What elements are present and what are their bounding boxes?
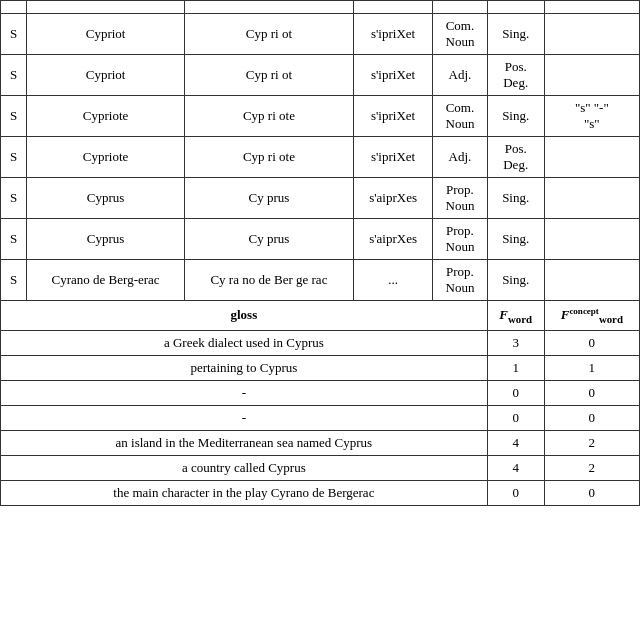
header-row (1, 1, 640, 14)
table-cell: "s" "-" "s" (544, 96, 639, 137)
main-tbody: SCypriotCyp ri ots'ipriXetCom. NounSing.… (1, 14, 640, 301)
table-row: SCyrano de Berg-eracCy ra no de Ber ge r… (1, 260, 640, 301)
fword-header: Fword (487, 301, 544, 331)
col-header-flex (544, 1, 639, 14)
table-cell: S (1, 96, 27, 137)
table-cell (544, 219, 639, 260)
table-cell: Pos. Deg. (487, 137, 544, 178)
fconcept-cell: 2 (544, 430, 639, 455)
table-cell: Adj. (433, 137, 488, 178)
table-cell: S (1, 178, 27, 219)
bottom-data-row: a Greek dialect used in Cyprus30 (1, 330, 640, 355)
fconcept-cell: 0 (544, 380, 639, 405)
table-cell: Cy ra no de Ber ge rac (184, 260, 353, 301)
table-cell: Sing. (487, 178, 544, 219)
col-header-type (1, 1, 27, 14)
table-cell: Cypriot (27, 14, 185, 55)
table-cell: Cy prus (184, 178, 353, 219)
table-cell: Cyp ri ote (184, 137, 353, 178)
table-cell: Cyprus (27, 219, 185, 260)
fconcept-cell: 2 (544, 455, 639, 480)
table-cell: Pos. Deg. (487, 55, 544, 96)
table-cell: Cypriot (27, 55, 185, 96)
table-cell: Cypriote (27, 137, 185, 178)
fword-cell: 1 (487, 355, 544, 380)
table-cell: Prop. Noun (433, 178, 488, 219)
table-cell (544, 178, 639, 219)
table-cell: Cyp ri ot (184, 55, 353, 96)
bottom-header-row: gloss Fword Fconceptword (1, 301, 640, 331)
fconcept-cell: 1 (544, 355, 639, 380)
table-cell: S (1, 55, 27, 96)
fword-cell: 4 (487, 455, 544, 480)
table-row: SCyprioteCyp ri otes'ipriXetAdj.Pos. Deg… (1, 137, 640, 178)
bottom-data-row: an island in the Mediterranean sea named… (1, 430, 640, 455)
table-cell: ... (354, 260, 433, 301)
gloss-cell: a Greek dialect used in Cyprus (1, 330, 488, 355)
fconcept-cell: 0 (544, 480, 639, 505)
table-cell: Cypriote (27, 96, 185, 137)
table-cell: Sing. (487, 96, 544, 137)
col-header-pron (354, 1, 433, 14)
bottom-data-row: the main character in the play Cyrano de… (1, 480, 640, 505)
bottom-data-row: -00 (1, 405, 640, 430)
table-cell: S (1, 219, 27, 260)
table-cell: Cyrano de Berg-erac (27, 260, 185, 301)
col-header-syllable (184, 1, 353, 14)
table-cell: Cyprus (27, 178, 185, 219)
table-cell: Cy prus (184, 219, 353, 260)
table-cell: s'ipriXet (354, 137, 433, 178)
col-header-wordform (487, 1, 544, 14)
table-cell: Prop. Noun (433, 219, 488, 260)
bottom-data-row: -00 (1, 380, 640, 405)
table-cell (544, 137, 639, 178)
fword-cell: 0 (487, 480, 544, 505)
table-cell: Sing. (487, 219, 544, 260)
fconcept-header: Fconceptword (544, 301, 639, 331)
fword-cell: 0 (487, 405, 544, 430)
table-cell: s'aiprXes (354, 178, 433, 219)
col-header-pos (433, 1, 488, 14)
bottom-header-tbody: gloss Fword Fconceptword (1, 301, 640, 331)
table-cell: Prop. Noun (433, 260, 488, 301)
table-row: SCypriotCyp ri ots'ipriXetAdj.Pos. Deg. (1, 55, 640, 96)
bottom-data-row: a country called Cyprus42 (1, 455, 640, 480)
table-cell: s'aiprXes (354, 219, 433, 260)
table-cell: S (1, 260, 27, 301)
table-cell: Sing. (487, 14, 544, 55)
gloss-cell: pertaining to Cyprus (1, 355, 488, 380)
fword-cell: 0 (487, 380, 544, 405)
table-cell: s'ipriXet (354, 96, 433, 137)
table-row: SCyprioteCyp ri otes'ipriXetCom. NounSin… (1, 96, 640, 137)
gloss-cell: - (1, 380, 488, 405)
bottom-data-row: pertaining to Cyprus11 (1, 355, 640, 380)
table-cell (544, 55, 639, 96)
table-cell: Com. Noun (433, 14, 488, 55)
table-cell: Cyp ri ote (184, 96, 353, 137)
table-cell: S (1, 14, 27, 55)
table-cell: s'ipriXet (354, 55, 433, 96)
table-cell: Sing. (487, 260, 544, 301)
gloss-cell: the main character in the play Cyrano de… (1, 480, 488, 505)
gloss-header: gloss (1, 301, 488, 331)
table-row: SCyprusCy pruss'aiprXesProp. NounSing. (1, 219, 640, 260)
bottom-tbody: a Greek dialect used in Cyprus30pertaini… (1, 330, 640, 505)
fword-cell: 3 (487, 330, 544, 355)
table-cell: S (1, 137, 27, 178)
table-cell (544, 14, 639, 55)
table-cell: Adj. (433, 55, 488, 96)
fconcept-cell: 0 (544, 405, 639, 430)
gloss-cell: - (1, 405, 488, 430)
table-cell: s'ipriXet (354, 14, 433, 55)
table-cell: Com. Noun (433, 96, 488, 137)
gloss-cell: a country called Cyprus (1, 455, 488, 480)
col-header-word (27, 1, 185, 14)
fword-cell: 4 (487, 430, 544, 455)
main-table: SCypriotCyp ri ots'ipriXetCom. NounSing.… (0, 0, 640, 506)
table-row: SCyprusCy pruss'aiprXesProp. NounSing. (1, 178, 640, 219)
table-cell (544, 260, 639, 301)
table-cell: Cyp ri ot (184, 14, 353, 55)
table-row: SCypriotCyp ri ots'ipriXetCom. NounSing. (1, 14, 640, 55)
fconcept-cell: 0 (544, 330, 639, 355)
gloss-cell: an island in the Mediterranean sea named… (1, 430, 488, 455)
